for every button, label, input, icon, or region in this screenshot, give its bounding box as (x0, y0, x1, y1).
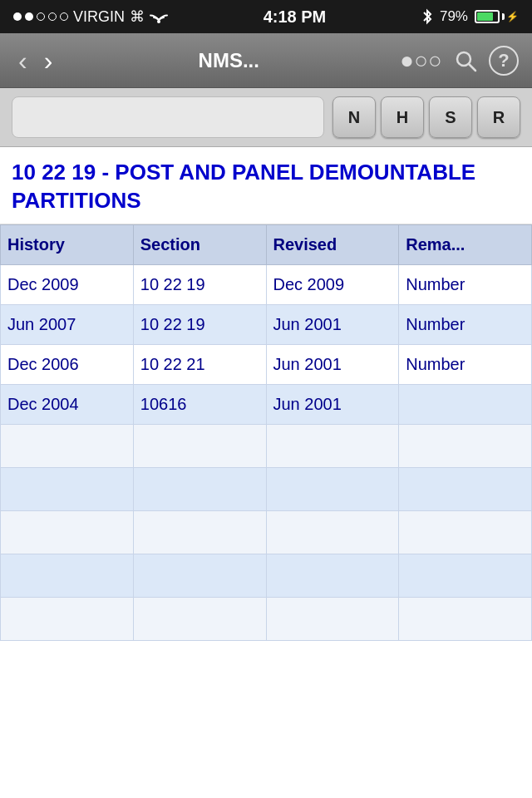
table-row[interactable]: Dec 200410616Jun 2001 (1, 384, 532, 424)
cell-empty (133, 424, 266, 467)
col-header-history: History (1, 224, 134, 264)
table-row-empty (1, 510, 532, 554)
cell-section: 10 22 19 (133, 304, 266, 344)
help-button[interactable]: ? (489, 46, 519, 76)
cell-empty (133, 597, 266, 640)
btn-s[interactable]: S (429, 96, 472, 138)
cell-history: Dec 2004 (1, 384, 134, 424)
cell-empty (399, 597, 532, 640)
cell-empty (399, 554, 532, 597)
cell-revised: Jun 2001 (266, 304, 399, 344)
dot-5 (60, 12, 68, 21)
cell-empty (266, 597, 399, 640)
table-row[interactable]: Dec 200610 22 21Jun 2001Number (1, 344, 532, 384)
charging-bolt: ⚡ (506, 11, 519, 22)
btn-r[interactable]: R (477, 96, 520, 138)
table-row-empty (1, 467, 532, 510)
dot-4 (48, 12, 57, 21)
cell-remarks: Number (399, 264, 532, 304)
cell-empty (266, 510, 399, 554)
search-icon[interactable]: ●○○ (400, 47, 442, 74)
status-bar: VIRGIN ⌘︎ 4:18 PM 79% ⚡ (0, 0, 532, 33)
cell-empty (399, 424, 532, 467)
history-table: History Section Revised Rema... Dec 2009… (0, 224, 532, 641)
nav-bar: ‹ › NMS... ●○○ ? (0, 33, 532, 88)
cell-history: Jun 2007 (1, 304, 134, 344)
dot-2 (25, 12, 33, 21)
col-header-section: Section (133, 224, 266, 264)
dot-3 (37, 12, 45, 21)
toolbar: N H S R (0, 88, 532, 147)
cell-remarks (399, 384, 532, 424)
cell-remarks: Number (399, 304, 532, 344)
nav-icons: ●○○ ? (400, 46, 519, 76)
nav-back-forward: ‹ › (13, 44, 57, 77)
cell-empty (133, 510, 266, 554)
status-right: 79% ⚡ (421, 8, 519, 25)
btn-h[interactable]: H (381, 96, 424, 138)
page-title: 10 22 19 - POST AND PANEL DEMOUNTABLE PA… (0, 147, 532, 224)
col-header-remarks: Rema... (399, 224, 532, 264)
table-header-row: History Section Revised Rema... (1, 224, 532, 264)
cell-history: Dec 2006 (1, 344, 134, 384)
back-button[interactable]: ‹ (13, 44, 32, 77)
cell-empty (266, 467, 399, 510)
cell-empty (1, 554, 134, 597)
cell-empty (1, 597, 134, 640)
svg-line-2 (469, 64, 475, 71)
signal-dots (13, 12, 68, 21)
nav-title: NMS... (57, 49, 400, 72)
table-row[interactable]: Dec 200910 22 19Dec 2009Number (1, 264, 532, 304)
cell-section: 10 22 19 (133, 264, 266, 304)
cell-revised: Jun 2001 (266, 384, 399, 424)
table-row-empty (1, 554, 532, 597)
wifi-icon: ⌘︎ (130, 7, 145, 26)
bluetooth-icon (421, 8, 433, 25)
table-row[interactable]: Jun 200710 22 19Jun 2001Number (1, 304, 532, 344)
wifi-icon-svg (150, 10, 168, 23)
col-header-revised: Revised (266, 224, 399, 264)
status-time: 4:18 PM (264, 7, 327, 27)
cell-empty (133, 467, 266, 510)
cell-history: Dec 2009 (1, 264, 134, 304)
status-left: VIRGIN ⌘︎ (13, 7, 168, 26)
cell-remarks: Number (399, 344, 532, 384)
cell-revised: Dec 2009 (266, 264, 399, 304)
dot-1 (13, 12, 22, 21)
table-row-empty (1, 424, 532, 467)
search-input[interactable] (12, 96, 324, 138)
forward-button[interactable]: › (39, 44, 58, 77)
cell-empty (1, 467, 134, 510)
toolbar-buttons: N H S R (332, 96, 520, 138)
btn-n[interactable]: N (332, 96, 376, 138)
carrier-label: VIRGIN (73, 8, 125, 26)
svg-point-0 (157, 20, 160, 23)
cell-empty (1, 424, 134, 467)
cell-empty (266, 554, 399, 597)
battery-icon: ⚡ (475, 10, 519, 23)
cell-empty (399, 467, 532, 510)
search-icon-svg[interactable] (454, 49, 477, 72)
cell-empty (399, 510, 532, 554)
cell-section: 10616 (133, 384, 266, 424)
cell-revised: Jun 2001 (266, 344, 399, 384)
cell-empty (266, 424, 399, 467)
cell-empty (1, 510, 134, 554)
cell-section: 10 22 21 (133, 344, 266, 384)
cell-empty (133, 554, 266, 597)
table-row-empty (1, 597, 532, 640)
battery-percent: 79% (440, 8, 468, 25)
